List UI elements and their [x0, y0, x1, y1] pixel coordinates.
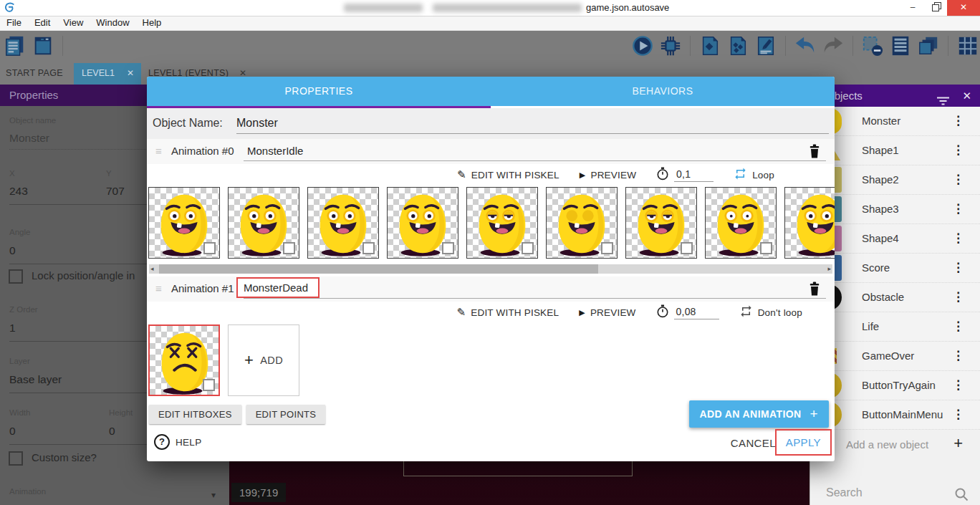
frame-checkbox[interactable] [203, 242, 216, 254]
y-field[interactable]: 707 [106, 185, 125, 198]
scrollbar-thumb[interactable] [159, 264, 598, 274]
animation-frame-closed[interactable] [546, 187, 618, 259]
object-list-item[interactable]: Shape1⋮ [810, 136, 980, 165]
kebab-menu-icon[interactable]: ⋮ [952, 377, 964, 393]
kebab-menu-icon[interactable]: ⋮ [952, 143, 964, 158]
caret-down-icon[interactable]: ▾ [211, 490, 216, 500]
undo-icon[interactable] [794, 34, 817, 57]
search-input[interactable] [825, 486, 942, 500]
time-between-frames-field[interactable]: 0,08 [656, 304, 719, 320]
edit-hitboxes-button[interactable]: EDIT HITBOXES [149, 405, 241, 424]
minimize-button[interactable]: – [901, 0, 924, 16]
animation-frame-half[interactable] [466, 187, 538, 259]
animation-frame-open[interactable] [148, 187, 220, 259]
animation-frame-open[interactable] [387, 187, 458, 259]
loop-toggle[interactable]: Don't loop [739, 304, 802, 320]
instances-list-icon[interactable] [889, 34, 912, 57]
object-list-item[interactable]: Shape3⋮ [810, 195, 980, 224]
frame-checkbox[interactable] [681, 242, 693, 254]
add-new-object-row[interactable]: Add a new object + [810, 430, 980, 458]
preview-button[interactable]: ▶ PREVIEW [579, 307, 635, 318]
frame-checkbox[interactable] [203, 379, 215, 391]
x-field[interactable]: 243 [9, 185, 28, 198]
kebab-menu-icon[interactable]: ⋮ [952, 231, 964, 246]
kebab-menu-icon[interactable]: ⋮ [952, 407, 964, 422]
animation-frame-dead[interactable] [148, 324, 220, 396]
tab-level1[interactable]: LEVEL1 ✕ [74, 63, 141, 85]
kebab-menu-icon[interactable]: ⋮ [952, 172, 964, 187]
tab-start-page[interactable]: START PAGE [6, 68, 63, 78]
menu-help[interactable]: Help [136, 16, 168, 30]
dialog-tab-behaviors[interactable]: BEHAVIORS [491, 77, 835, 106]
play-preview-icon[interactable] [631, 34, 654, 57]
kebab-menu-icon[interactable]: ⋮ [952, 348, 964, 363]
properties-editor-icon[interactable] [754, 34, 777, 57]
grid-icon[interactable] [956, 34, 979, 57]
delete-instances-icon[interactable] [861, 34, 884, 57]
menu-view[interactable]: View [57, 16, 90, 30]
kebab-menu-icon[interactable]: ⋮ [952, 289, 964, 304]
scene-editor-icon[interactable] [32, 34, 54, 57]
menu-window[interactable]: Window [90, 16, 135, 30]
time-between-frames-field[interactable]: 0,1 [656, 167, 714, 183]
dialog-tab-properties[interactable]: PROPERTIES [147, 77, 491, 106]
apply-button-highlighted[interactable]: APPLY [775, 429, 832, 456]
edit-points-button[interactable]: EDIT POINTS [246, 405, 326, 424]
custom-size-checkbox[interactable] [9, 451, 23, 466]
menu-edit[interactable]: Edit [28, 16, 57, 30]
scroll-right-icon[interactable]: ▸ [827, 264, 831, 274]
animation-name-field-highlighted[interactable]: MonsterDead [236, 277, 320, 298]
animation-frame-half[interactable] [625, 187, 697, 259]
frame-checkbox[interactable] [760, 242, 772, 254]
loop-toggle[interactable]: Loop [734, 167, 774, 183]
lock-position-checkbox[interactable] [9, 269, 23, 284]
menu-file[interactable]: File [0, 16, 28, 30]
object-list-item[interactable]: Obstacle⋮ [810, 283, 980, 312]
tab-close-icon[interactable]: ✕ [127, 68, 134, 78]
object-list-item[interactable]: ButtonMainMenu⋮ [810, 400, 980, 430]
panel-close-icon[interactable]: ✕ [962, 85, 971, 107]
height-field[interactable]: 0 [109, 425, 115, 438]
z-order-field[interactable]: 1 [9, 322, 16, 335]
object-list-item[interactable]: Shape2⋮ [810, 165, 980, 195]
animation-frame-open[interactable] [307, 187, 379, 259]
edit-with-piskel-button[interactable]: ✎ EDIT WITH PISKEL [456, 306, 559, 319]
delete-animation-icon[interactable] [807, 143, 822, 162]
add-frame-button[interactable]: +ADD [228, 324, 299, 396]
drag-handle-icon[interactable]: ≡ [155, 282, 162, 294]
scroll-left-icon[interactable]: ◂ [150, 264, 154, 274]
frame-checkbox[interactable] [442, 242, 454, 254]
object-list-item[interactable]: Score⋮ [810, 254, 980, 283]
animation-name-field[interactable]: MonsterIdle [247, 145, 303, 157]
debug-bug-icon[interactable] [659, 34, 682, 57]
preview-button[interactable]: ▶ PREVIEW [580, 170, 636, 181]
frame-checkbox[interactable] [362, 242, 375, 254]
object-list-item[interactable]: GameOver⋮ [810, 342, 980, 371]
width-field[interactable]: 0 [9, 425, 16, 438]
animation-frame-open[interactable] [784, 187, 835, 259]
frame-checkbox[interactable] [522, 242, 534, 254]
kebab-menu-icon[interactable]: ⋮ [952, 201, 964, 216]
project-manager-icon[interactable] [4, 34, 27, 57]
kebab-menu-icon[interactable]: ⋮ [952, 260, 964, 275]
edit-with-piskel-button[interactable]: ✎ EDIT WITH PISKEL [457, 168, 559, 181]
frames-scrollbar[interactable]: ◂ ▸ [149, 264, 832, 274]
add-animation-button[interactable]: ADD AN ANIMATION + [689, 400, 829, 428]
kebab-menu-icon[interactable]: ⋮ [952, 319, 964, 334]
objects-editor-icon[interactable] [698, 34, 721, 57]
close-button[interactable]: ✕ [947, 0, 980, 16]
object-list-item[interactable]: Monster⋮ [810, 107, 980, 136]
angle-field[interactable]: 0 [9, 244, 16, 257]
drag-handle-icon[interactable]: ≡ [155, 145, 162, 157]
cancel-button[interactable]: CANCEL [731, 437, 776, 449]
object-list-item[interactable]: Shape4⋮ [810, 224, 980, 254]
layers-editor-icon[interactable] [917, 34, 940, 57]
frame-checkbox[interactable] [283, 242, 295, 254]
animation-frame-open-small[interactable] [705, 187, 777, 259]
layer-field[interactable]: Base layer [9, 373, 62, 386]
kebab-menu-icon[interactable]: ⋮ [952, 113, 964, 128]
object-list-item[interactable]: ButtonTryAgain⋮ [810, 371, 980, 400]
plus-icon[interactable]: + [953, 434, 963, 453]
maximize-button[interactable] [924, 0, 947, 16]
groups-editor-icon[interactable] [726, 34, 749, 57]
